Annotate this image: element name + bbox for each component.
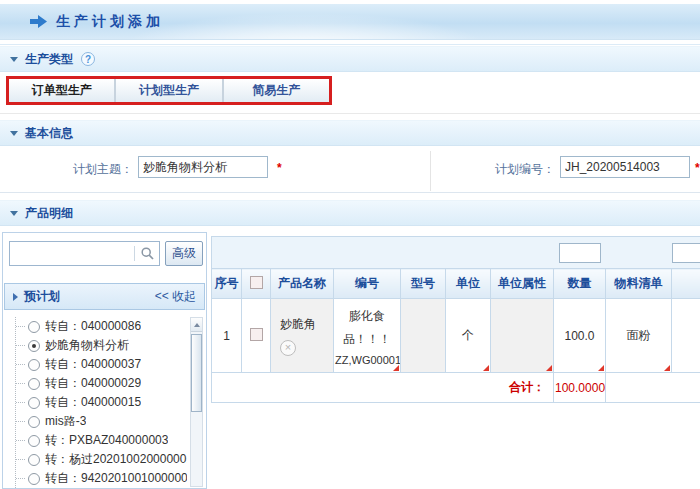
form-column-divider xyxy=(430,151,431,191)
section-basic-info: 基本信息 xyxy=(0,120,700,146)
row-checkbox[interactable] xyxy=(250,328,263,341)
cell-unit-attr[interactable] xyxy=(491,299,554,373)
section-basic-info-label: 基本信息 xyxy=(25,125,73,142)
red-annotation-box: 订单型生产 计划型生产 简易生产 xyxy=(6,76,332,105)
tree-scrollbar[interactable] xyxy=(190,317,203,487)
col-select xyxy=(242,269,271,299)
preplan-panel: 高级 预计划 << 收起 转自：040000086 妙脆角物料分析 转自：040… xyxy=(2,232,207,489)
radio-icon[interactable] xyxy=(28,416,40,428)
tab-plan-production[interactable]: 计划型生产 xyxy=(116,79,223,102)
plan-subject-label: 计划主题： xyxy=(0,161,133,178)
radio-icon[interactable] xyxy=(28,435,40,447)
cell-model xyxy=(401,299,446,373)
total-row: 合计： 100.0000 xyxy=(212,373,700,403)
editable-corner-marker xyxy=(546,365,552,371)
tree-expand-icon[interactable] xyxy=(13,293,18,301)
tab-order-production[interactable]: 订单型生产 xyxy=(9,79,116,102)
search-icon[interactable] xyxy=(135,247,159,260)
col-code: 编号 xyxy=(334,269,401,299)
cell-quantity[interactable]: 100.0 xyxy=(554,299,606,373)
col-bom: 物料清单 xyxy=(606,269,672,299)
quantity-value: 100.0 xyxy=(564,329,594,343)
tree-item-label: 妙脆角物料分析 xyxy=(45,337,129,354)
preplan-title: 预计划 xyxy=(24,288,155,305)
required-marker: * xyxy=(277,161,282,175)
radio-icon[interactable] xyxy=(28,454,40,466)
preplan-header[interactable]: 预计划 << 收起 xyxy=(4,283,205,310)
product-code-value: ZZ,WG00001 xyxy=(335,354,399,366)
col-product-name: 产品名称 xyxy=(271,269,334,299)
tree-item-label: 转自：040000086 xyxy=(45,318,141,335)
advanced-search-button[interactable]: 高级 xyxy=(165,241,203,266)
radio-icon[interactable] xyxy=(28,321,40,333)
tree-item[interactable]: 转自：040000086 xyxy=(16,317,187,336)
tree-item[interactable]: 转自：94202010010000002 xyxy=(16,469,187,488)
tree-item-label: 转：杨过202010020000001 xyxy=(45,451,187,468)
page-title: 生产计划添加 xyxy=(56,13,164,31)
title-divider xyxy=(0,44,700,45)
title-bar: 生产计划添加 xyxy=(0,4,700,40)
tree-item[interactable]: mis路-3 xyxy=(16,412,187,431)
remove-row-icon[interactable]: × xyxy=(280,340,296,356)
plan-number-input[interactable] xyxy=(560,156,690,178)
preplan-tree: 转自：040000086 妙脆角物料分析 转自：040000037 转自：040… xyxy=(15,317,187,488)
search-box xyxy=(9,241,160,266)
collapse-triangle-icon[interactable] xyxy=(10,211,18,216)
unit-value: 个 xyxy=(462,328,474,342)
select-all-checkbox[interactable] xyxy=(250,276,263,289)
col-delivery: 交货 xyxy=(672,269,700,299)
basic-info-form: 计划主题： * 计划编号： * xyxy=(0,148,700,193)
section-production-type: 生产类型 ? xyxy=(0,46,700,72)
plan-number-label: 计划编号： xyxy=(438,161,555,178)
radio-icon[interactable] xyxy=(28,378,40,390)
radio-selected-icon[interactable] xyxy=(28,340,40,352)
total-value: 100.0000 xyxy=(554,373,606,403)
plan-subject-input[interactable] xyxy=(138,156,268,178)
section-product-detail-label: 产品明细 xyxy=(25,205,73,222)
cell-code[interactable]: 膨化食品！！！ ZZ,WG00001 xyxy=(334,299,401,373)
cell-delivery[interactable]: 2020- xyxy=(672,299,700,373)
radio-icon[interactable] xyxy=(28,473,40,485)
collapse-triangle-icon[interactable] xyxy=(10,57,18,62)
quantity-batch-input[interactable] xyxy=(559,243,601,263)
total-label: 合计： xyxy=(212,373,554,403)
search-input[interactable] xyxy=(10,242,134,265)
collapse-panel-link[interactable]: << 收起 xyxy=(155,288,196,305)
blue-arrow-icon xyxy=(30,15,47,28)
col-unit-attr: 单位属性 xyxy=(491,269,554,299)
tab-simple-production[interactable]: 简易生产 xyxy=(224,79,329,102)
editable-corner-marker xyxy=(393,365,399,371)
tab-plan-production-label: 计划型生产 xyxy=(139,82,199,99)
radio-icon[interactable] xyxy=(28,397,40,409)
tree-item-label: mis路-3 xyxy=(45,413,86,430)
tree-item-selected[interactable]: 妙脆角物料分析 xyxy=(16,336,187,355)
tree-item[interactable]: 转自：040000037 xyxy=(16,355,187,374)
section-divider xyxy=(0,113,700,114)
tree-item[interactable]: 转自：040000015 xyxy=(16,393,187,412)
editable-corner-marker xyxy=(483,365,489,371)
page: 生产计划添加 生产类型 ? 订单型生产 计划型生产 简易生产 基本信息 计划主题… xyxy=(0,0,700,489)
tree-item-label: 转自：040000015 xyxy=(45,394,141,411)
collapse-triangle-icon[interactable] xyxy=(10,131,18,136)
tree-item-label: 转：PXBAZ040000003 xyxy=(45,432,168,449)
tree-item-label: 转自：040000029 xyxy=(45,375,141,392)
cell-select xyxy=(242,299,271,373)
tree-item-label: 转自：94202010010000002 xyxy=(45,470,187,487)
tree-item[interactable]: 转：杨过202010020000001 xyxy=(16,450,187,469)
cell-bom[interactable]: 面粉 xyxy=(606,299,672,373)
scrollbar-up-icon[interactable] xyxy=(191,318,202,332)
help-icon[interactable]: ? xyxy=(81,52,95,66)
col-index: 序号 xyxy=(212,269,242,299)
tree-item-label: 转自：040000037 xyxy=(45,356,141,373)
product-name: 妙脆角 xyxy=(280,316,332,333)
radio-icon[interactable] xyxy=(28,359,40,371)
scrollbar-thumb[interactable] xyxy=(191,334,202,412)
section-product-detail: 产品明细 xyxy=(0,200,700,226)
tree-item[interactable]: 转自：040000029 xyxy=(16,374,187,393)
cell-product-name: 妙脆角 × xyxy=(271,299,334,373)
cell-unit[interactable]: 个 xyxy=(446,299,491,373)
grid-filter-strip xyxy=(211,236,700,268)
delivery-batch-input[interactable] xyxy=(672,243,700,263)
tree-item[interactable]: 转：PXBAZ040000003 xyxy=(16,431,187,450)
col-quantity: 数量 xyxy=(554,269,606,299)
